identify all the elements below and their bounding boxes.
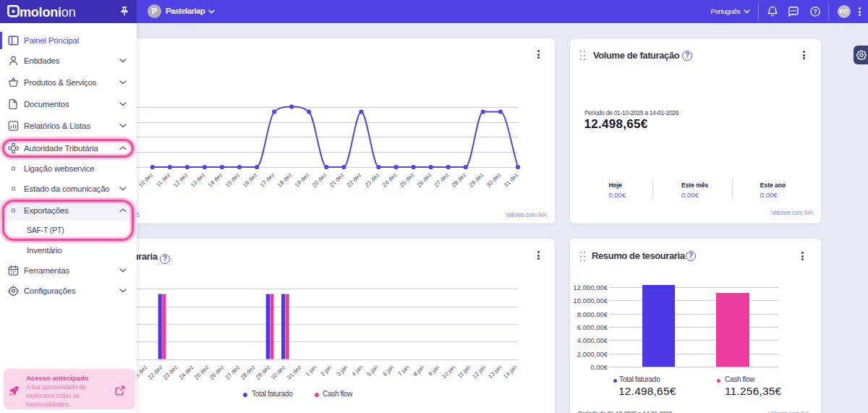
- svg-text:?: ?: [813, 8, 817, 15]
